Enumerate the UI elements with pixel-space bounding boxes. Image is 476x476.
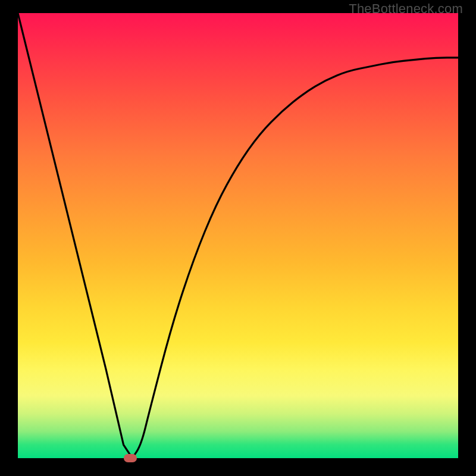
bottleneck-curve: [18, 13, 458, 458]
minimum-marker: [124, 454, 137, 462]
chart-frame: TheBottleneck.com: [0, 0, 476, 476]
plot-area: [18, 13, 458, 458]
curve-path: [18, 13, 458, 458]
brand-label: TheBottleneck.com: [349, 1, 463, 17]
